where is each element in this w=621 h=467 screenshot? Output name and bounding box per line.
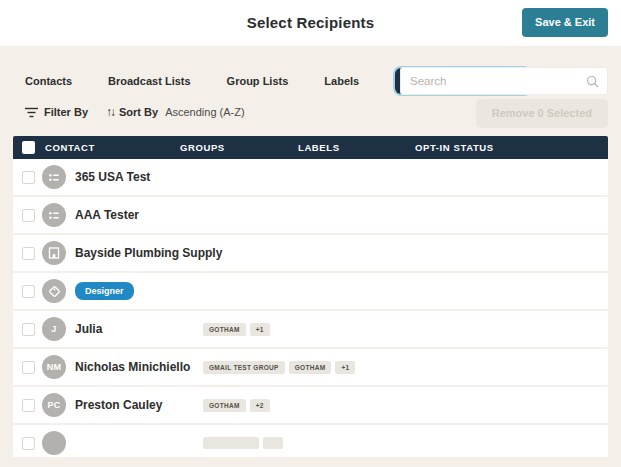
row-checkbox[interactable] xyxy=(22,437,35,450)
avatar: NM xyxy=(42,355,66,379)
contact-name: 365 USA Test xyxy=(75,170,150,184)
column-header-labels: Labels xyxy=(298,142,415,153)
column-header-groups: Groups xyxy=(180,142,298,153)
group-tag xyxy=(263,437,283,449)
group-tag xyxy=(203,437,259,449)
recipients-table: Contact Groups Labels Opt-In Status 365 … xyxy=(13,136,608,457)
avatar: J xyxy=(42,317,66,341)
row-checkbox[interactable] xyxy=(22,361,35,374)
row-checkbox[interactable] xyxy=(22,209,35,222)
contact-label-pill: Designer xyxy=(75,282,134,300)
groups-cell: GOTHAM+2 xyxy=(203,387,270,423)
sort-by-button[interactable]: Sort By xyxy=(119,106,158,118)
tabs-row: ContactsBroadcast ListsGroup ListsLabels… xyxy=(25,66,608,96)
table-row: PCPreston CauleyGOTHAM+2 xyxy=(13,387,608,425)
tab-contacts[interactable]: Contacts xyxy=(25,75,72,87)
tab-labels[interactable]: Labels xyxy=(324,75,359,87)
save-exit-button[interactable]: Save & Exit xyxy=(522,8,608,37)
contact-name: Preston Cauley xyxy=(75,398,162,412)
groups-cell: GMAIL TEST GROUPGOTHAM+1 xyxy=(203,349,355,385)
row-checkbox[interactable] xyxy=(22,323,35,336)
remove-selected-button[interactable]: Remove 0 Selected xyxy=(476,99,608,128)
select-recipients-screen: { "header": { "title": "Select Recipient… xyxy=(0,0,621,467)
contact-name: Bayside Plumbing Supply xyxy=(75,246,222,260)
search-icon xyxy=(586,75,599,88)
table-row: NMNicholas MinichielloGMAIL TEST GROUPGO… xyxy=(13,349,608,387)
table-row: Designer xyxy=(13,273,608,311)
group-tag: +1 xyxy=(250,323,270,336)
filter-by-button[interactable]: Filter By xyxy=(44,106,88,118)
table-header-row: Contact Groups Labels Opt-In Status xyxy=(13,136,608,159)
row-checkbox[interactable] xyxy=(22,399,35,412)
tab-broadcast-lists[interactable]: Broadcast Lists xyxy=(108,75,191,87)
group-tag: GOTHAM xyxy=(289,361,332,374)
search-box xyxy=(400,67,608,95)
avatar: PC xyxy=(42,393,66,417)
group-tag: GOTHAM xyxy=(203,399,246,412)
table-body: 365 USA TestAAA TesterBayside Plumbing S… xyxy=(13,159,608,457)
table-row xyxy=(13,425,608,457)
column-header-opt-in-status: Opt-In Status xyxy=(415,142,575,153)
group-tag: +2 xyxy=(250,399,270,412)
search-input[interactable] xyxy=(410,68,580,94)
contact-name: AAA Tester xyxy=(75,208,139,222)
broadcast-list-icon xyxy=(42,165,66,189)
contact-name: Nicholas Minichiello xyxy=(75,360,190,374)
sort-order-value[interactable]: Ascending (A-Z) xyxy=(165,106,244,118)
group-tag: GOTHAM xyxy=(203,323,246,336)
contact-name: Julia xyxy=(75,322,102,336)
table-row: AAA Tester xyxy=(13,197,608,235)
building-icon xyxy=(42,241,66,265)
groups-cell xyxy=(203,425,283,457)
table-row: Bayside Plumbing Supply xyxy=(13,235,608,273)
top-bar: Select Recipients Save & Exit xyxy=(0,0,621,46)
tag-icon xyxy=(42,279,66,303)
sort-arrows-icon: ↑↓ xyxy=(106,105,114,119)
table-row: 365 USA Test xyxy=(13,159,608,197)
table-row: JJuliaGOTHAM+1 xyxy=(13,311,608,349)
row-checkbox[interactable] xyxy=(22,247,35,260)
groups-cell: GOTHAM+1 xyxy=(203,311,270,347)
avatar xyxy=(42,431,66,455)
filter-icon xyxy=(25,107,38,118)
group-tag: +1 xyxy=(335,361,355,374)
row-checkbox[interactable] xyxy=(22,285,35,298)
group-tag: GMAIL TEST GROUP xyxy=(203,361,285,374)
broadcast-list-icon xyxy=(42,203,66,227)
select-all-checkbox[interactable] xyxy=(22,141,35,154)
row-checkbox[interactable] xyxy=(22,171,35,184)
column-header-contact: Contact xyxy=(45,142,180,153)
tab-group-lists[interactable]: Group Lists xyxy=(227,75,289,87)
